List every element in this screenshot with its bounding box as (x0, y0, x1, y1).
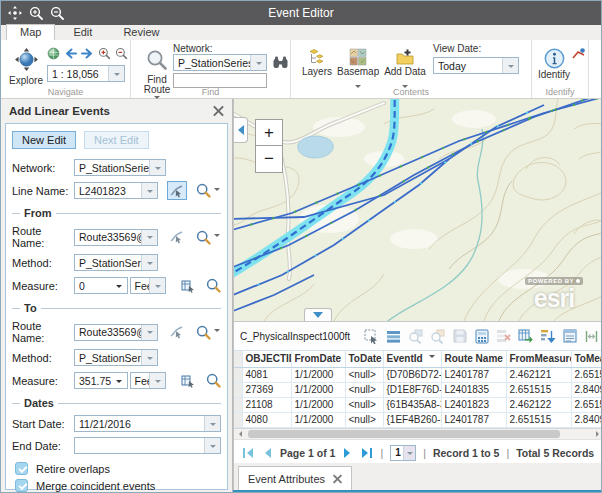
save-edits-icon[interactable] (451, 328, 468, 344)
dropdown-caret[interactable] (141, 350, 157, 365)
panel-close-icon[interactable] (213, 105, 224, 116)
to-measure-combo[interactable]: 351.75 (74, 372, 128, 389)
row-selector[interactable] (234, 412, 242, 427)
cell[interactable]: 1/1/2000 (291, 382, 345, 397)
dropdown-caret[interactable] (141, 325, 157, 340)
collapse-panel-button[interactable] (234, 117, 248, 143)
from-measure-combo[interactable]: 0 (74, 277, 128, 294)
row-selector[interactable] (234, 397, 242, 412)
identify-button[interactable]: Identify (536, 48, 572, 80)
find-route-input[interactable] (173, 73, 267, 88)
fit-columns-icon[interactable] (583, 328, 600, 344)
network-combo[interactable]: P_StationSeries (74, 159, 166, 176)
zoom-to-selected-icon[interactable] (407, 328, 424, 344)
cell[interactable]: 1/1/2000 (291, 412, 345, 427)
to-select-route-button[interactable] (167, 323, 187, 342)
dropdown-caret[interactable] (111, 373, 127, 388)
table-row[interactable]: 273691/1/2000<null>{D1E8F76D-FL24018352.… (234, 382, 602, 397)
map-zoom-in-button[interactable]: + (255, 119, 283, 146)
first-page-icon[interactable] (242, 447, 254, 459)
page-number-combo[interactable]: 1 (390, 445, 416, 461)
previous-extent-icon[interactable] (64, 47, 77, 60)
fixed-zoom-in-icon[interactable] (98, 47, 111, 60)
cell[interactable]: 2.462122 (506, 397, 571, 412)
dropdown-caret[interactable] (250, 55, 266, 70)
retire-overlaps-checkbox[interactable] (15, 462, 28, 475)
close-tab-icon[interactable] (333, 475, 342, 484)
col-todate[interactable]: ToDate (345, 351, 383, 367)
dropdown-caret[interactable] (149, 278, 165, 293)
to-zoom-measure-button[interactable] (206, 373, 221, 388)
col-eventid[interactable]: EventId (383, 351, 441, 367)
dropdown-caret[interactable] (141, 255, 157, 270)
dropdown-caret[interactable] (141, 183, 157, 198)
from-zoom-measure-button[interactable] (206, 278, 221, 293)
delete-selected-icon[interactable] (495, 328, 512, 344)
fixed-zoom-out-icon[interactable] (115, 47, 128, 60)
row-selector[interactable] (234, 367, 242, 382)
sort-records-icon[interactable] (539, 328, 556, 344)
to-route-combo[interactable]: Route33569@Centi (74, 324, 158, 341)
from-method-combo[interactable]: P_StationSeries (74, 254, 158, 271)
select-line-on-map-button[interactable] (167, 181, 187, 200)
cell[interactable]: 2.6515 (571, 397, 602, 412)
cell[interactable]: L2401787 (441, 412, 506, 427)
start-date-combo[interactable]: 11/21/2016 (74, 415, 221, 432)
scrollbar-thumb[interactable] (248, 430, 560, 438)
zoom-out-icon[interactable] (50, 6, 64, 20)
dropdown-caret[interactable] (403, 446, 415, 460)
zoom-to-line-button[interactable] (196, 183, 220, 198)
scroll-right-arrow[interactable] (591, 429, 602, 439)
export-records-icon[interactable] (517, 328, 534, 344)
cell[interactable]: 2.651515 (506, 382, 571, 397)
select-events-icon[interactable] (363, 328, 380, 344)
cell[interactable]: 2.8409 (571, 412, 602, 427)
map-view[interactable]: + − POWERED BY esri (233, 99, 602, 321)
cell[interactable]: 4081 (242, 367, 291, 382)
cell[interactable]: <null> (345, 367, 383, 382)
dropdown-caret[interactable] (111, 278, 127, 293)
cell[interactable]: L2401787 (441, 367, 506, 382)
attribute-window-icon[interactable] (561, 328, 578, 344)
col-tomeasure[interactable]: ToMea (571, 351, 602, 367)
cell[interactable]: {1EF4B260-F( (383, 412, 441, 427)
cell[interactable]: 4080 (242, 412, 291, 427)
tab-edit[interactable]: Edit (60, 25, 105, 40)
cell[interactable]: 2.8409 (571, 382, 602, 397)
merge-coincident-checkbox[interactable] (15, 479, 28, 492)
col-routename[interactable]: Route Name (441, 351, 506, 367)
scroll-left-arrow[interactable] (234, 429, 246, 439)
last-page-icon[interactable] (361, 447, 373, 459)
tab-event-attributes[interactable]: Event Attributes (238, 466, 352, 491)
dropdown-caret[interactable] (149, 160, 165, 175)
pan-to-selected-icon[interactable] (429, 328, 446, 344)
to-unit-combo[interactable]: Feet (130, 372, 167, 389)
next-extent-icon[interactable] (81, 47, 94, 60)
from-select-route-button[interactable] (167, 228, 187, 247)
cell[interactable]: <null> (345, 412, 383, 427)
cell[interactable]: 21108 (242, 397, 291, 412)
cell[interactable]: 2.651515 (506, 412, 571, 427)
cell[interactable]: <null> (345, 397, 383, 412)
explore-button[interactable]: Explore (8, 47, 44, 86)
cell[interactable]: <null> (345, 382, 383, 397)
end-date-combo[interactable] (74, 437, 221, 454)
dropdown-caret[interactable] (108, 66, 124, 81)
line-name-combo[interactable]: L2401823 (74, 182, 158, 199)
pan-icon[interactable] (8, 6, 22, 20)
col-fromdate[interactable]: FromDate (291, 351, 345, 367)
col-objectid[interactable]: OBJECTID (242, 351, 291, 367)
ribbon-network-combo[interactable]: P_StationSeries (173, 54, 267, 71)
table-row[interactable]: 40811/1/2000<null>{D70B6D72-3L24017872.4… (234, 367, 602, 382)
cell[interactable]: 2.6515 (571, 367, 602, 382)
cell[interactable]: {D1E8F76D-F (383, 382, 441, 397)
cell[interactable]: {61B435A8-3: (383, 397, 441, 412)
identify-route-location-icon[interactable] (572, 48, 585, 60)
table-row[interactable]: 40801/1/2000<null>{1EF4B260-F(L24017872.… (234, 412, 602, 427)
view-date-combo[interactable]: Today (433, 57, 519, 74)
cell[interactable]: L2401823 (441, 397, 506, 412)
tab-map[interactable]: Map (6, 24, 55, 40)
from-pick-measure-button[interactable] (178, 276, 197, 295)
to-pick-measure-button[interactable] (178, 371, 197, 390)
zoom-options-caret[interactable] (214, 234, 220, 240)
